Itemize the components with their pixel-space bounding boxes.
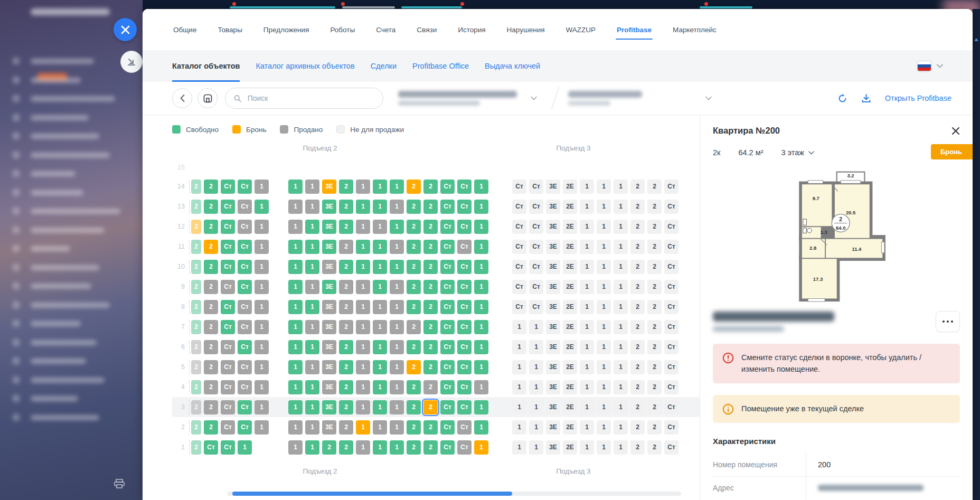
unit-cell[interactable]: 2 xyxy=(339,300,353,314)
unit-cell[interactable]: 2 xyxy=(647,340,662,354)
horizontal-scrollbar-thumb[interactable] xyxy=(232,492,512,496)
unit-cell[interactable]: 2 xyxy=(191,360,201,374)
unit-cell[interactable]: 3Е xyxy=(322,400,336,414)
unit-cell[interactable]: 1 xyxy=(305,380,319,394)
unit-cell[interactable]: 2 xyxy=(647,240,662,254)
download-button[interactable] xyxy=(861,93,871,103)
unit-cell[interactable]: Ст xyxy=(238,260,252,274)
tab-общие[interactable]: Общие xyxy=(172,23,197,37)
unit-cell[interactable]: 1 xyxy=(580,280,594,294)
unit-cell[interactable]: 1 xyxy=(255,320,269,334)
unit-cell[interactable]: 1 xyxy=(597,280,611,294)
unit-cell[interactable]: 2 xyxy=(204,300,218,314)
unit-cell[interactable]: 1 xyxy=(305,300,319,314)
unit-cell[interactable]: 1 xyxy=(597,180,611,194)
unit-cell[interactable]: 2 xyxy=(407,280,421,294)
unit-cell[interactable]: Ст xyxy=(440,300,455,314)
unit-cell[interactable]: 3Е xyxy=(546,280,560,294)
unit-cell[interactable]: Ст xyxy=(664,240,679,254)
unit-cell[interactable]: 1 xyxy=(580,400,594,414)
unit-cell[interactable]: 2 xyxy=(191,380,201,394)
unit-cell[interactable]: 2 xyxy=(191,280,201,294)
unit-cell[interactable]: 1 xyxy=(512,400,526,414)
unit-cell[interactable]: 3Е xyxy=(546,240,560,254)
unit-cell[interactable]: 3Е xyxy=(322,320,336,334)
unit-cell[interactable]: 2Е xyxy=(563,260,577,274)
unit-cell[interactable]: Ст xyxy=(512,300,526,314)
unit-cell[interactable]: Ст xyxy=(664,380,679,394)
unit-cell[interactable]: 1 xyxy=(356,420,370,435)
unit-cell[interactable]: 1 xyxy=(305,260,319,274)
unit-cell[interactable]: 1 xyxy=(288,340,303,354)
tab-счета[interactable]: Счета xyxy=(375,23,397,37)
unit-cell[interactable]: 1 xyxy=(305,360,319,374)
unit-cell[interactable]: 3Е xyxy=(322,200,336,214)
blurred-sidebar-item[interactable] xyxy=(0,261,143,274)
unit-cell[interactable]: 1 xyxy=(597,400,611,414)
unit-cell[interactable]: 3Е xyxy=(546,220,560,234)
unit-cell[interactable]: Ст xyxy=(238,200,252,214)
unit-cell[interactable]: 2 xyxy=(630,220,645,234)
unit-cell[interactable]: 2 xyxy=(191,180,201,194)
unit-cell[interactable]: Ст xyxy=(440,360,455,374)
unit-cell[interactable]: 1 xyxy=(474,340,488,354)
unit-cell[interactable]: 1 xyxy=(305,200,319,214)
unit-cell[interactable]: Ст xyxy=(440,180,455,194)
unit-cell[interactable]: Ст xyxy=(457,320,472,334)
unit-cell[interactable]: 2 xyxy=(339,260,353,274)
unit-cell[interactable]: 1 xyxy=(614,180,628,194)
unit-cell[interactable]: 2 xyxy=(630,240,645,254)
unit-cell[interactable]: Ст xyxy=(440,340,455,354)
unit-cell[interactable]: Ст xyxy=(440,440,455,455)
unit-cell[interactable]: Ст xyxy=(664,400,679,414)
unit-cell[interactable]: Ст xyxy=(221,340,235,354)
tab-товары[interactable]: Товары xyxy=(216,23,243,37)
unit-cell[interactable]: Ст xyxy=(529,280,543,294)
unit-cell[interactable]: 1 xyxy=(255,360,269,374)
unit-cell[interactable]: 2 xyxy=(423,380,438,394)
unit-cell[interactable]: 1 xyxy=(614,400,628,414)
blurred-sidebar-item[interactable] xyxy=(0,130,143,143)
blurred-sidebar-item[interactable] xyxy=(0,167,143,180)
unit-cell[interactable]: 2 xyxy=(191,320,201,334)
unit-cell[interactable]: 2 xyxy=(191,260,201,274)
unit-cell[interactable]: 2Е xyxy=(563,280,577,294)
tab-wazzup[interactable]: WAZZUP xyxy=(565,23,597,37)
unit-cell[interactable]: Ст xyxy=(512,200,526,214)
unit-cell[interactable]: 2 xyxy=(647,420,662,435)
unit-cell[interactable]: 2 xyxy=(407,240,421,254)
unit-cell[interactable]: 1 xyxy=(356,220,370,234)
unit-cell[interactable]: 1 xyxy=(356,320,370,334)
unit-cell[interactable]: 1 xyxy=(390,220,404,234)
unit-cell[interactable]: 1 xyxy=(580,200,594,214)
unit-cell[interactable]: 2 xyxy=(204,240,218,254)
unit-cell[interactable]: 3Е xyxy=(322,380,336,394)
unit-cell[interactable]: 2 xyxy=(630,400,645,414)
unit-cell[interactable]: 2 xyxy=(647,360,662,374)
unit-cell[interactable]: Ст xyxy=(664,300,679,314)
unit-cell[interactable]: 3Е xyxy=(322,260,336,274)
unit-cell[interactable]: Ст xyxy=(529,180,543,194)
unit-cell[interactable]: Ст xyxy=(238,220,252,234)
blurred-sidebar-item[interactable] xyxy=(0,149,143,162)
unit-cell[interactable]: 1 xyxy=(356,260,370,274)
subnav-item[interactable]: Profitbase Office xyxy=(412,50,469,82)
unit-cell[interactable]: 1 xyxy=(255,300,269,314)
unit-cell[interactable]: Ст xyxy=(238,240,252,254)
unit-cell[interactable]: Ст xyxy=(457,380,472,394)
printer-icon[interactable] xyxy=(114,479,125,488)
unit-cell[interactable]: 2 xyxy=(204,340,218,354)
unit-cell[interactable]: 1 xyxy=(373,200,387,214)
unit-cell[interactable]: 2 xyxy=(191,400,201,414)
unit-cell[interactable]: 3Е xyxy=(546,360,560,374)
subnav-item[interactable]: Каталог объектов xyxy=(172,50,240,82)
blurred-sidebar-item[interactable] xyxy=(0,205,143,218)
unit-cell[interactable]: 2 xyxy=(339,360,353,374)
unit-cell[interactable]: 2 xyxy=(423,280,438,294)
unit-cell[interactable]: Ст xyxy=(529,220,543,234)
unit-cell[interactable]: 1 xyxy=(356,440,370,455)
unit-cell[interactable]: 2 xyxy=(339,240,353,254)
unit-cell[interactable]: 1 xyxy=(512,440,526,455)
unit-cell[interactable]: 1 xyxy=(255,180,269,194)
unit-cell[interactable]: 2 xyxy=(191,440,201,455)
